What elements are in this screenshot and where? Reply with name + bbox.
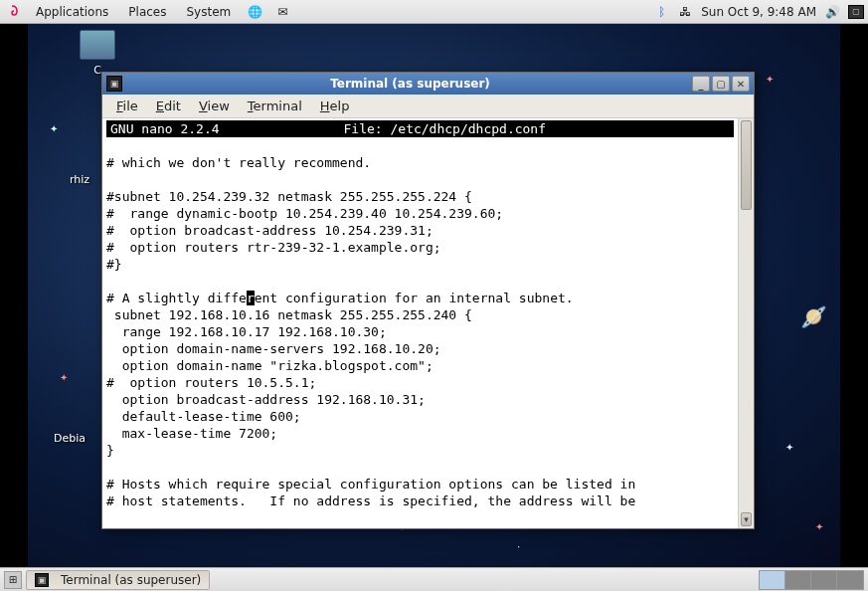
black-border-left xyxy=(0,24,28,567)
monitor-icon[interactable]: ▢ xyxy=(848,5,864,19)
terminal-menubar: File Edit View Terminal Help xyxy=(102,95,754,118)
system-menu[interactable]: System xyxy=(182,3,235,21)
nano-header-spacer xyxy=(670,120,730,137)
close-button[interactable]: ✕ xyxy=(732,76,750,92)
star-icon: ✦ xyxy=(785,442,793,453)
terminal-icon: ▣ xyxy=(35,573,49,587)
bottom-panel: ⊞ ▣ Terminal (as superuser) xyxy=(0,567,868,591)
editor-cursor: r xyxy=(247,291,255,305)
desktop-icon-home[interactable]: rhiz xyxy=(50,173,109,186)
desktop-icon-label: C xyxy=(93,64,101,77)
taskbar-item-label: Terminal (as superuser) xyxy=(61,573,201,587)
star-icon: ✦ xyxy=(766,74,774,85)
black-border-right xyxy=(840,24,868,567)
menu-edit[interactable]: Edit xyxy=(148,96,189,116)
terminal-icon: ▣ xyxy=(106,76,122,92)
desktop-icon-label: Debia xyxy=(54,432,86,445)
star-icon: ✦ xyxy=(50,123,58,134)
terminal-content[interactable]: GNU nano 2.2.4File: /etc/dhcp/dhcpd.conf… xyxy=(102,118,738,528)
top-panel: Applications Places System 🌐 ✉ ᛒ 🖧 Sun O… xyxy=(0,0,868,24)
star-icon: ✦ xyxy=(815,521,823,532)
browser-icon[interactable]: 🌐 xyxy=(247,4,262,20)
menu-terminal[interactable]: Terminal xyxy=(240,96,310,116)
places-menu[interactable]: Places xyxy=(124,3,170,21)
terminal-scrollbar[interactable]: ▾ xyxy=(738,118,754,528)
workspace-switcher xyxy=(759,570,864,590)
mail-icon[interactable]: ✉ xyxy=(274,4,290,20)
terminal-body: GNU nano 2.2.4File: /etc/dhcp/dhcpd.conf… xyxy=(102,118,754,528)
nano-filename: File: /etc/dhcp/dhcpd.conf xyxy=(220,120,670,137)
window-titlebar[interactable]: ▣ Terminal (as superuser) _ ▢ ✕ xyxy=(102,73,754,95)
planet-icon: 🪐 xyxy=(795,299,831,334)
maximize-button[interactable]: ▢ xyxy=(712,76,730,92)
taskbar-item-terminal[interactable]: ▣ Terminal (as superuser) xyxy=(26,570,210,590)
debian-logo-icon[interactable] xyxy=(4,4,20,20)
panel-left: Applications Places System 🌐 ✉ xyxy=(4,3,290,21)
scrollbar-down-button[interactable]: ▾ xyxy=(741,512,752,526)
menu-file[interactable]: File xyxy=(108,96,146,116)
workspace-2[interactable] xyxy=(785,571,811,589)
nano-version: GNU nano 2.2.4 xyxy=(110,120,220,137)
editor-text-post: ent configuration for an internal subnet… xyxy=(106,291,635,508)
network-icon[interactable]: 🖧 xyxy=(677,4,693,20)
workspace-4[interactable] xyxy=(837,571,863,589)
desktop-icon-label: rhiz xyxy=(70,173,89,186)
workspace-1[interactable] xyxy=(760,571,785,589)
applications-menu[interactable]: Applications xyxy=(32,3,112,21)
desktop[interactable]: ✦ ✦ ✦ ✦ · ✦ ✦ 🪐 C rhiz Debia ▣ Terminal … xyxy=(0,24,868,567)
window-title: Terminal (as superuser) xyxy=(128,77,692,91)
scrollbar-thumb[interactable] xyxy=(741,120,752,210)
terminal-window: ▣ Terminal (as superuser) _ ▢ ✕ File Edi… xyxy=(101,72,755,529)
workspace-3[interactable] xyxy=(811,571,837,589)
panel-right: ᛒ 🖧 Sun Oct 9, 9:48 AM 🔊 ▢ xyxy=(653,4,864,20)
minimize-button[interactable]: _ xyxy=(692,76,710,92)
menu-view[interactable]: View xyxy=(191,96,238,116)
clock[interactable]: Sun Oct 9, 9:48 AM xyxy=(701,5,816,19)
window-controls: _ ▢ ✕ xyxy=(692,76,750,92)
desktop-icon-debian[interactable]: Debia xyxy=(40,432,99,445)
folder-icon xyxy=(80,30,115,60)
volume-icon[interactable]: 🔊 xyxy=(824,4,840,20)
desktop-icon-computer[interactable]: C xyxy=(68,30,127,77)
star-icon: ✦ xyxy=(60,372,68,383)
bluetooth-icon[interactable]: ᛒ xyxy=(653,4,669,20)
menu-help[interactable]: Help xyxy=(312,96,358,116)
star-icon: · xyxy=(517,541,520,552)
editor-text-pre: # which we don't really recommend. #subn… xyxy=(106,155,503,305)
nano-header: GNU nano 2.2.4File: /etc/dhcp/dhcpd.conf xyxy=(106,120,734,137)
show-desktop-button[interactable]: ⊞ xyxy=(4,571,22,589)
